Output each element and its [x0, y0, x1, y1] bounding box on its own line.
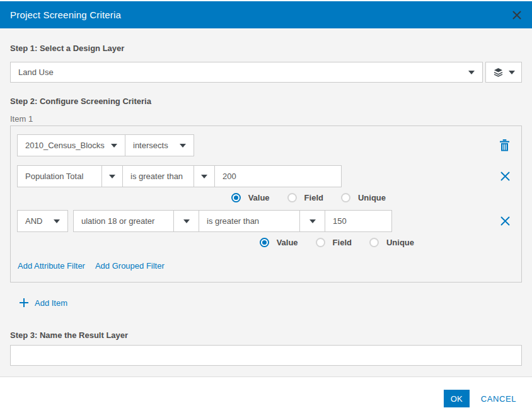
radio-unselected-icon — [369, 238, 379, 247]
filter-field-select[interactable]: Population Total — [18, 166, 101, 187]
filter-value-input[interactable] — [325, 211, 391, 231]
value-type-radio-group: Value Field Unique — [17, 193, 515, 202]
layers-icon — [493, 67, 504, 78]
filter-operator-dropdown-button[interactable] — [194, 166, 214, 187]
trash-icon — [499, 139, 510, 151]
radio-unique[interactable]: Unique — [369, 238, 414, 247]
close-icon — [512, 10, 522, 20]
attribute-filter-row: AND ulation 18 or greater is greater tha… — [17, 210, 515, 232]
add-grouped-filter-link[interactable]: Add Grouped Filter — [95, 261, 165, 271]
layer-options-button[interactable] — [485, 62, 522, 83]
radio-value-label: Value — [248, 193, 270, 202]
filter-operator-select[interactable]: is greater than — [199, 211, 299, 231]
chevron-down-icon — [54, 219, 60, 223]
filter-value-input[interactable] — [214, 166, 341, 187]
radio-unique-label: Unique — [358, 193, 386, 202]
delete-item-button[interactable] — [499, 139, 510, 151]
filter-operator-select[interactable]: is greater than — [122, 166, 194, 187]
radio-field[interactable]: Field — [287, 193, 323, 202]
filter-operator-dropdown-button[interactable] — [299, 211, 325, 231]
design-layer-row: Land Use — [10, 62, 522, 83]
radio-unique[interactable]: Unique — [341, 193, 386, 202]
plus-icon — [19, 298, 29, 308]
chevron-down-icon — [109, 175, 115, 178]
filter-expression-control: Population Total is greater than — [17, 165, 342, 187]
x-mark-icon — [500, 216, 510, 226]
remove-filter-button[interactable] — [500, 172, 510, 181]
chevron-down-icon — [309, 219, 316, 223]
dialog-footer: OK CANCEL — [0, 376, 532, 420]
chevron-down-icon — [201, 175, 207, 178]
radio-unselected-icon — [316, 238, 325, 247]
chevron-down-icon — [183, 219, 190, 223]
cancel-button[interactable]: CANCEL — [481, 394, 516, 404]
design-layer-select[interactable]: Land Use — [10, 62, 483, 83]
filter-expression-control: ulation 18 or greater is greater than — [73, 210, 392, 232]
radio-selected-icon — [231, 193, 241, 202]
step2-label: Step 2: Configure Screening Criteria — [10, 96, 522, 106]
filter-field-select[interactable]: ulation 18 or greater — [74, 211, 173, 231]
spatial-relation-select[interactable]: intersects — [125, 134, 194, 156]
project-screening-criteria-dialog: Project Screening Criteria Step 1: Selec… — [0, 0, 532, 420]
value-type-radio-group: Value Field Unique — [17, 238, 515, 247]
screening-item-box: 2010_Census_Blocks intersects — [10, 125, 522, 283]
close-button[interactable] — [512, 10, 522, 20]
add-item-label: Add Item — [35, 298, 67, 308]
radio-unselected-icon — [341, 193, 350, 202]
remove-filter-button[interactable] — [500, 216, 510, 226]
design-layer-value: Land Use — [18, 67, 54, 77]
item-label: Item 1 — [10, 114, 522, 124]
radio-value[interactable]: Value — [260, 238, 298, 247]
attribute-filter-row: Population Total is greater than — [17, 165, 515, 187]
radio-field-label: Field — [333, 238, 352, 247]
result-layer-name-input[interactable] — [10, 345, 522, 366]
chevron-down-icon — [111, 144, 117, 148]
radio-value[interactable]: Value — [231, 193, 270, 202]
conjunction-select[interactable]: AND — [17, 210, 68, 232]
step3-label: Step 3: Name the Result Layer — [10, 330, 522, 340]
analysis-layer-value: 2010_Census_Blocks — [25, 141, 105, 150]
x-mark-icon — [500, 172, 510, 181]
filter-field-dropdown-button[interactable] — [173, 211, 199, 231]
analysis-layer-select[interactable]: 2010_Census_Blocks — [17, 134, 125, 156]
dialog-body: Step 1: Select a Design Layer Land Use S… — [0, 28, 532, 376]
filter-field-dropdown-button[interactable] — [101, 166, 122, 187]
ok-button[interactable]: OK — [444, 390, 470, 407]
chevron-down-icon — [509, 71, 515, 74]
add-attribute-filter-link[interactable]: Add Attribute Filter — [18, 261, 85, 271]
dialog-titlebar: Project Screening Criteria — [0, 1, 532, 28]
chevron-down-icon — [468, 71, 475, 74]
radio-value-label: Value — [277, 238, 298, 247]
radio-unselected-icon — [287, 193, 297, 202]
chevron-down-icon — [180, 144, 186, 148]
radio-selected-icon — [260, 238, 269, 247]
radio-unique-label: Unique — [386, 238, 414, 247]
step1-label: Step 1: Select a Design Layer — [10, 28, 522, 53]
spatial-relation-value: intersects — [133, 141, 168, 150]
dialog-title: Project Screening Criteria — [10, 9, 121, 20]
conjunction-value: AND — [25, 216, 42, 226]
layer-relation-row: 2010_Census_Blocks intersects — [17, 134, 515, 156]
filter-links-row: Add Attribute Filter Add Grouped Filter — [17, 261, 515, 271]
add-item-button[interactable]: Add Item — [10, 298, 522, 308]
radio-field[interactable]: Field — [316, 238, 352, 247]
radio-field-label: Field — [304, 193, 323, 202]
